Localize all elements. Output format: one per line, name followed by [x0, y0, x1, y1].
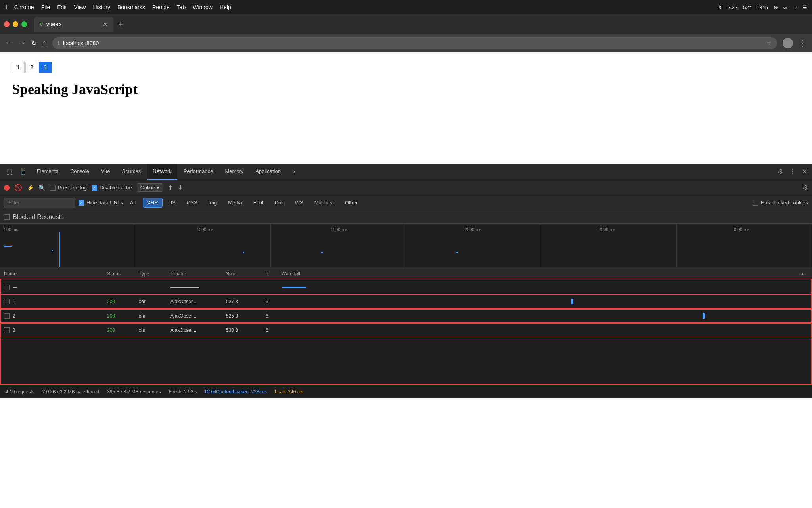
help-menu[interactable]: Help [220, 4, 231, 10]
reload-button[interactable]: ↻ [31, 39, 37, 48]
tab-network[interactable]: Network [147, 164, 177, 180]
apple-menu[interactable]:  [5, 4, 7, 11]
hide-data-urls-label[interactable]: ✓ Hide data URLs [79, 200, 123, 206]
row-name-cell: 3 [4, 327, 107, 333]
time-display: 2.22 [728, 4, 737, 10]
page-num-1[interactable]: 1 [12, 62, 25, 73]
filter-xhr-button[interactable]: XHR [143, 198, 162, 208]
tab-memory[interactable]: Memory [219, 164, 249, 180]
tab-close-button[interactable]: ✕ [103, 21, 108, 28]
chrome-more-button[interactable]: ⋮ [799, 38, 806, 48]
export-har-button[interactable]: ⬇ [178, 184, 183, 191]
filter-all-button[interactable]: All [126, 198, 140, 208]
clear-button[interactable]: 🚫 [14, 184, 22, 191]
hide-data-urls-checkbox[interactable]: ✓ [79, 200, 84, 206]
filter-other-button[interactable]: Other [341, 198, 362, 208]
tab-console[interactable]: Console [65, 164, 95, 180]
disable-cache-checkbox[interactable]: ✓ [92, 185, 97, 190]
people-menu[interactable]: People [152, 4, 170, 10]
record-button[interactable] [4, 185, 10, 190]
tab-sources[interactable]: Sources [117, 164, 147, 180]
dcl-time: DOMContentLoaded: 228 ms [205, 389, 267, 394]
view-menu[interactable]: View [74, 4, 86, 10]
page-numbers: 1 2 3 [12, 62, 800, 73]
back-button[interactable]: ← [6, 39, 13, 47]
waterfall-2 [282, 310, 808, 321]
col-name: Name [4, 271, 107, 277]
profile-avatar[interactable] [783, 38, 793, 48]
disable-cache-label[interactable]: ✓ Disable cache [92, 185, 132, 190]
table-row[interactable]: 3 200 xhr AjaxObser... 530 B 6. [0, 323, 812, 337]
devtools-settings-button[interactable]: ⚙ [776, 166, 785, 177]
row-name-3: 3 [13, 327, 15, 333]
row-initiator-3: AjaxObser... [170, 327, 226, 333]
filter-css-button[interactable]: CSS [183, 198, 201, 208]
table-row[interactable]: 1 200 xhr AjaxObser... 527 B 6. [0, 294, 812, 309]
table-row[interactable]: 2 200 xhr AjaxObser... 525 B 6. [0, 309, 812, 323]
preserve-log-checkbox[interactable] [50, 185, 56, 190]
search-button[interactable]: 🔍 [38, 185, 45, 191]
window-menu[interactable]: Window [193, 4, 213, 10]
import-har-button[interactable]: ⬆ [168, 184, 173, 191]
has-blocked-cookies-label[interactable]: Has blocked cookies [753, 200, 808, 206]
bookmark-icon[interactable]: ☆ [766, 40, 772, 46]
row-checkbox-2[interactable] [4, 313, 10, 319]
active-tab[interactable]: V vue-rx ✕ [34, 17, 113, 32]
has-blocked-cookies-checkbox[interactable] [753, 200, 758, 206]
statusbar: 4 / 9 requests 2.0 kB / 3.2 MB transferr… [0, 385, 812, 398]
page-num-2[interactable]: 2 [25, 62, 38, 73]
close-window-button[interactable] [4, 21, 10, 27]
table-row[interactable]: — —————— [0, 280, 812, 294]
row-checkbox-1[interactable] [4, 299, 10, 304]
minimize-window-button[interactable] [13, 21, 18, 27]
maximize-window-button[interactable] [21, 21, 27, 27]
filter-input[interactable] [4, 198, 75, 208]
filter-media-button[interactable]: Media [224, 198, 246, 208]
history-menu[interactable]: History [93, 4, 110, 10]
filter-ws-button[interactable]: WS [291, 198, 307, 208]
file-menu[interactable]: File [41, 4, 50, 10]
row-checkbox-3[interactable] [4, 327, 10, 333]
more-tabs-button[interactable]: » [289, 166, 299, 178]
address-bar[interactable]: ℹ localhost:8080 ☆ [52, 37, 777, 49]
filter-font-button[interactable]: Font [249, 198, 268, 208]
edit-menu[interactable]: Edit [57, 4, 67, 10]
waterfall-3 [282, 325, 808, 336]
tab-vue[interactable]: Vue [96, 164, 116, 180]
row-name-2: 2 [13, 313, 15, 319]
row-initiator-1: AjaxObser... [170, 299, 226, 304]
row-type-1: xhr [139, 299, 170, 304]
filter-button[interactable]: ⚡ [27, 185, 34, 191]
timeline-label-3: 2000 ms [406, 227, 540, 232]
filter-manifest-button[interactable]: Manifest [310, 198, 338, 208]
row-name-1: 1 [13, 299, 15, 304]
device-toolbar-button[interactable]: 📱 [16, 165, 31, 178]
preserve-log-label[interactable]: Preserve log [50, 185, 87, 190]
blocked-requests-checkbox[interactable] [4, 214, 10, 220]
filter-doc-button[interactable]: Doc [271, 198, 288, 208]
menubar:  Chrome File Edit View History Bookmark… [0, 0, 812, 14]
filter-js-button[interactable]: JS [166, 198, 180, 208]
page-num-3[interactable]: 3 [39, 62, 52, 73]
new-tab-button[interactable]: + [118, 19, 123, 29]
row-name-cell: 1 [4, 299, 107, 304]
addressbar: ← → ↻ ⌂ ℹ localhost:8080 ☆ ⋮ [0, 34, 812, 52]
chrome-menu[interactable]: Chrome [14, 4, 34, 10]
network-settings-button[interactable]: ⚙ [802, 184, 808, 191]
inspect-element-button[interactable]: ⬚ [3, 165, 15, 178]
tab-elements[interactable]: Elements [31, 164, 64, 180]
devtools-close-button[interactable]: ✕ [801, 166, 809, 177]
throttling-select[interactable]: Online ▾ [137, 183, 163, 192]
forward-button[interactable]: → [18, 39, 25, 47]
tab-menu[interactable]: Tab [177, 4, 186, 10]
tab-performance[interactable]: Performance [178, 164, 218, 180]
filter-img-button[interactable]: Img [205, 198, 221, 208]
bookmarks-menu[interactable]: Bookmarks [117, 4, 145, 10]
row-checkbox-0[interactable] [4, 285, 10, 290]
tab-application[interactable]: Application [250, 164, 286, 180]
more-icon: ··· [793, 4, 797, 10]
page-title: Speaking JavaScript [12, 81, 800, 98]
home-button[interactable]: ⌂ [42, 39, 47, 47]
devtools-more-button[interactable]: ⋮ [788, 166, 797, 177]
devtools-right-controls: ⚙ ⋮ ✕ [776, 166, 809, 177]
